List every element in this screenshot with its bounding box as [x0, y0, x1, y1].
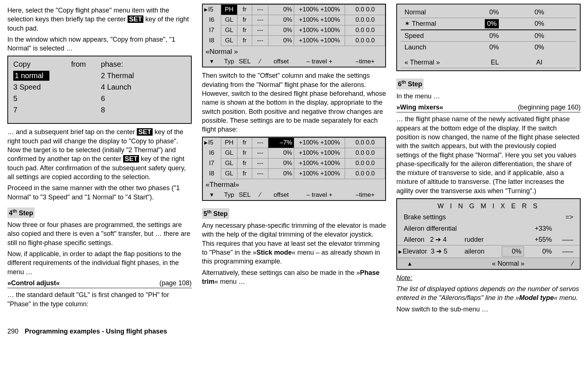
- wing-row[interactable]: Aileron 2 ➔ 4: [397, 234, 462, 245]
- cell-sel[interactable]: fr: [237, 5, 252, 15]
- menu-control-adjust: »Control adjust« (page 108): [7, 279, 192, 288]
- cell-offset[interactable]: 0%: [268, 169, 294, 179]
- cell-typ[interactable]: GL: [221, 25, 237, 35]
- row-id[interactable]: I6: [203, 148, 221, 158]
- cell-offset[interactable]: 0%: [268, 25, 294, 35]
- cell-travel[interactable]: +100% +100%: [294, 138, 345, 148]
- pt-cell[interactable]: 0%: [471, 7, 503, 18]
- cell-sw[interactable]: ---: [252, 158, 268, 169]
- row-id[interactable]: I7: [203, 25, 221, 35]
- copy-item-selected[interactable]: 1 normal: [13, 71, 49, 81]
- pt-cell[interactable]: 0%: [471, 30, 503, 42]
- cell-sw[interactable]: ---: [252, 138, 268, 148]
- pt-cell-selected[interactable]: 0%: [485, 19, 499, 28]
- cell-sel[interactable]: fr: [237, 15, 252, 25]
- wing-value-selected[interactable]: 0%: [502, 247, 524, 256]
- nav-down-icon[interactable]: ▾: [203, 190, 221, 200]
- nav-down-icon[interactable]: ▾: [203, 57, 221, 67]
- copy-item[interactable]: 4 Launch: [100, 81, 187, 93]
- cell-offset[interactable]: 0%: [268, 148, 294, 158]
- cell-travel[interactable]: +100% +100%: [294, 169, 345, 179]
- nav-up-icon[interactable]: ▴: [397, 258, 462, 269]
- cell-sel[interactable]: fr: [237, 25, 252, 35]
- row-id[interactable]: I5: [203, 138, 221, 148]
- cell-time[interactable]: 0.0 0.0: [345, 35, 385, 46]
- row-id[interactable]: I6: [203, 15, 221, 25]
- copy-item[interactable]: 5: [12, 93, 100, 104]
- copy-item[interactable]: 3 Speed: [12, 81, 100, 93]
- cell-travel[interactable]: +100% +100%: [294, 15, 345, 25]
- cell-sel[interactable]: fr: [237, 138, 252, 148]
- cell-sw[interactable]: ---: [252, 169, 268, 179]
- pt-cell[interactable]: 0%: [502, 18, 576, 30]
- column-1: Here, select the "Copy flight phase" men…: [7, 4, 192, 316]
- cell-sel[interactable]: fr: [237, 169, 252, 179]
- cell-offset[interactable]: 0%: [268, 5, 294, 15]
- pt-cell[interactable]: 0%: [502, 7, 576, 18]
- cell-travel[interactable]: +100% +100%: [294, 148, 345, 158]
- cell-sel[interactable]: fr: [237, 148, 252, 158]
- cell-sel[interactable]: fr: [237, 158, 252, 169]
- wing-row[interactable]: Brake settings: [397, 212, 527, 223]
- cell-sw[interactable]: ---: [252, 25, 268, 35]
- cell-typ[interactable]: GL: [221, 169, 237, 179]
- copy-item[interactable]: 7: [12, 104, 100, 116]
- cell-typ[interactable]: PH: [221, 5, 237, 15]
- cell-typ[interactable]: GL: [221, 158, 237, 169]
- text: Proceed in the same manner with the othe…: [7, 184, 192, 202]
- cell-travel[interactable]: +100% +100%: [294, 35, 345, 46]
- pt-cell[interactable]: 0%: [471, 41, 503, 53]
- pt-row-label[interactable]: Launch: [401, 41, 471, 53]
- pt-row-label[interactable]: Thermal: [401, 18, 471, 30]
- text: … the flight phase name of the newly act…: [396, 115, 581, 195]
- row-id[interactable]: I8: [203, 169, 221, 179]
- copy-item[interactable]: 8: [100, 104, 187, 116]
- cell-typ[interactable]: GL: [221, 148, 237, 158]
- wing-switch[interactable]: –––: [555, 234, 580, 245]
- cell-typ[interactable]: GL: [221, 35, 237, 46]
- wing-value[interactable]: 0%: [527, 245, 555, 258]
- cell-time[interactable]: 0.0 0.0: [345, 158, 385, 169]
- cell-sw[interactable]: ---: [252, 35, 268, 46]
- cell-sw[interactable]: ---: [252, 5, 268, 15]
- row-id[interactable]: I7: [203, 158, 221, 169]
- row-id[interactable]: I5: [203, 5, 221, 15]
- submenu-icon[interactable]: =>: [555, 212, 580, 223]
- wing-row-selected[interactable]: Elevator 3 ➔ 5: [397, 245, 462, 258]
- cell-time[interactable]: 0.0 0.0: [345, 138, 385, 148]
- wing-mixers-table: W I N G M I X E R S Brake settings => Ai…: [397, 200, 580, 269]
- cell-typ[interactable]: GL: [221, 15, 237, 25]
- copy-item[interactable]: 6: [100, 93, 187, 104]
- wing-value[interactable]: +55%: [527, 234, 555, 245]
- wing-value[interactable]: +33%: [527, 223, 555, 234]
- cell-offset[interactable]: 0%: [268, 35, 294, 46]
- cell-sw[interactable]: ---: [252, 15, 268, 25]
- cell-sel[interactable]: fr: [237, 35, 252, 46]
- cell-time[interactable]: 0.0 0.0: [345, 5, 385, 15]
- page-footer: 290 Programming examples - Using flight …: [7, 327, 581, 336]
- switch-icon: ⁄: [252, 190, 268, 200]
- text: Then switch to the "Offset" column and m…: [202, 71, 386, 134]
- cell-typ[interactable]: PH: [221, 138, 237, 148]
- cell-offset[interactable]: 0%: [268, 15, 294, 25]
- cell-offset[interactable]: –7%: [268, 138, 294, 148]
- pt-cell[interactable]: 0%: [502, 30, 576, 42]
- wing-row[interactable]: Aileron differential: [397, 223, 527, 234]
- cell-travel[interactable]: +100% +100%: [294, 158, 345, 169]
- pt-cell[interactable]: 0%: [502, 41, 576, 53]
- pt-row-label[interactable]: Normal: [401, 7, 471, 18]
- wing-switch[interactable]: –––: [555, 245, 580, 258]
- text: « menu …: [215, 278, 245, 285]
- step-5-heading: 5th Step: [202, 208, 229, 219]
- cell-offset[interactable]: 0%: [268, 158, 294, 169]
- cell-travel[interactable]: +100% +100%: [294, 5, 345, 15]
- pt-row-label[interactable]: Speed: [401, 30, 471, 42]
- row-id[interactable]: I8: [203, 35, 221, 46]
- cell-travel[interactable]: +100% +100%: [294, 25, 345, 35]
- cell-time[interactable]: 0.0 0.0: [345, 169, 385, 179]
- cell-time[interactable]: 0.0 0.0: [345, 25, 385, 35]
- cell-sw[interactable]: ---: [252, 148, 268, 158]
- cell-time[interactable]: 0.0 0.0: [345, 15, 385, 25]
- cell-time[interactable]: 0.0 0.0: [345, 148, 385, 158]
- copy-item[interactable]: 2 Thermal: [100, 70, 187, 81]
